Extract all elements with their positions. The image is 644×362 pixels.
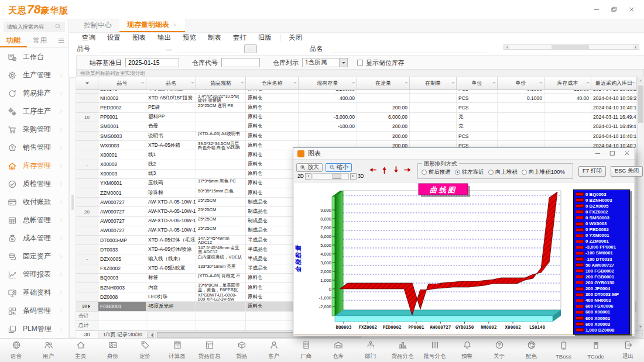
menu-item-print-template[interactable]: 套打	[227, 33, 252, 42]
table-row[interactable]: 10PP0001塑料PP原料仓-3,000.006,000.00克2024-03…	[76, 113, 637, 122]
select-options-icon[interactable]	[85, 82, 89, 86]
toolbar-item-calculator[interactable]: 计算器	[161, 339, 193, 362]
sidebar-item-quality[interactable]: 质检管理	[0, 175, 68, 193]
sidebar-item-inventory[interactable]: 库存管理	[0, 157, 68, 175]
sidebar-item-receivables[interactable]: 收付账款	[0, 193, 68, 211]
table-row[interactable]: PED0002PE袋25*25CM 透明 PE原料仓200.00PCS2024-…	[76, 103, 637, 112]
column-header-stock_cost[interactable]: 库存成本	[544, 77, 591, 90]
sidebar-item-barcode[interactable]: 条码管理	[0, 302, 68, 320]
arrange-option-3[interactable]: 向上堆积100%	[522, 168, 565, 176]
row-indicator[interactable]	[76, 217, 98, 226]
table-row[interactable]: SMS0003说明书(XTD-A-05) A4说明书原料仓200.00PCS20…	[76, 132, 637, 141]
pan-down-icon[interactable]	[392, 166, 400, 177]
tab-control-center[interactable]: 控制中心	[76, 19, 119, 32]
warehouse-code-input[interactable]	[221, 58, 260, 67]
column-header-qty_in_transit[interactable]: 在途量	[357, 77, 410, 90]
sidebar-item-easy-scheduling[interactable]: 简易排产	[0, 84, 68, 102]
row-indicator[interactable]: -	[76, 160, 98, 170]
sidebar-item-workbench[interactable]: 工作台	[0, 48, 68, 66]
toolbar-item-goods-info[interactable]: 货品信息	[193, 339, 225, 362]
row-indicator[interactable]	[76, 170, 98, 179]
item-no-from-input[interactable]	[99, 45, 160, 53]
item-no-to-input[interactable]	[177, 45, 239, 53]
row-indicator[interactable]	[76, 236, 98, 245]
minimize-icon[interactable]	[594, 150, 601, 158]
row-indicator[interactable]: 10	[76, 113, 98, 122]
filter-drop-icon[interactable]	[293, 82, 297, 85]
slider-thumb[interactable]	[333, 174, 341, 179]
table-row[interactable]: NH0002XTD-A5/10/15F扭簧1.4*70*30/22*10.5*8…	[76, 94, 637, 103]
row-indicator[interactable]	[76, 122, 98, 132]
browse-button[interactable]: ...	[244, 44, 257, 53]
pan-up-icon[interactable]	[380, 166, 389, 177]
table-row[interactable]: SM0001色母原料仓-100.00200.00克2024-03-11 16:4…	[76, 122, 637, 132]
row-indicator[interactable]	[76, 188, 98, 198]
column-header-warehouse[interactable]: 仓库名称	[246, 77, 299, 90]
menu-item-settings[interactable]: 设置	[101, 33, 126, 42]
scrollbar-thumb[interactable]	[638, 85, 643, 123]
toolbar-item-goods-warehouse[interactable]: 货品分仓	[386, 339, 419, 362]
toolbar-item-users[interactable]: 用户	[32, 339, 64, 362]
filter-drop-icon[interactable]	[632, 82, 635, 85]
toolbar-item-alert[interactable]: 预警	[451, 339, 483, 362]
toolbar-item-goods[interactable]: 货品	[225, 339, 258, 362]
toolbar-item-tcode[interactable]: TCode	[580, 339, 612, 362]
chart-window-title-bar[interactable]: 图表	[293, 148, 635, 160]
close-icon[interactable]	[624, 150, 631, 158]
toolbar-item-department[interactable]: 部门	[354, 339, 386, 362]
close-icon[interactable]	[628, 5, 636, 13]
search-input[interactable]	[7, 24, 53, 30]
row-indicator[interactable]	[76, 198, 98, 207]
scroll-right-icon[interactable]	[633, 45, 639, 49]
slider-left-icon[interactable]	[305, 173, 311, 180]
row-indicator[interactable]	[76, 292, 98, 302]
filter-drop-icon[interactable]	[191, 82, 194, 85]
sidebar-search[interactable]	[4, 22, 65, 32]
show-bin-checkbox[interactable]: 显示储位库存	[357, 58, 405, 67]
column-header-unit_price[interactable]: 单价	[498, 77, 544, 90]
item-name-input[interactable]	[331, 45, 487, 53]
close-tab-icon[interactable]	[173, 23, 177, 27]
warehouse-list-select[interactable]: 1含所属	[302, 58, 348, 67]
filter-drop-icon[interactable]	[492, 82, 496, 85]
column-header-qty_on_hand[interactable]: 现有存量	[299, 77, 357, 90]
sidebar-item-fixed-assets[interactable]: 固定资产	[0, 247, 68, 266]
row-indicator-header[interactable]	[76, 77, 98, 90]
sidebar-tab-functions[interactable]: 功能	[0, 34, 27, 47]
close-chart-button[interactable]: ESC 关闭	[611, 166, 643, 177]
sidebar-item-plm[interactable]: PLM管理	[0, 320, 68, 338]
print-button[interactable]: F7 打印	[578, 166, 606, 177]
toolbar-item-home[interactable]: 主页	[64, 339, 97, 362]
scroll-down-icon[interactable]	[638, 324, 643, 330]
toolbar-item-vendor[interactable]: 厂商	[290, 339, 322, 362]
hamburger-icon[interactable]	[53, 37, 68, 44]
toolbar-item-customer[interactable]: 客户	[258, 339, 290, 362]
column-header-spec[interactable]: 货品规格	[196, 77, 246, 90]
toolbar-item-about[interactable]: 关于	[483, 339, 515, 362]
row-indicator[interactable]	[76, 132, 98, 141]
row-indicator[interactable]	[76, 274, 98, 283]
toolbar-item-voice[interactable]: 语音	[0, 339, 32, 362]
sidebar-item-reports[interactable]: 管理报表	[0, 266, 68, 284]
menu-item-query[interactable]: 查询	[76, 33, 101, 42]
toolbar-item-pricing[interactable]: 定价	[129, 339, 161, 362]
column-header-qty_in_process[interactable]: 在制量	[410, 77, 457, 90]
menu-item-preview[interactable]: 预览	[177, 33, 202, 42]
arrange-option-2[interactable]: 向上堆积	[488, 168, 518, 176]
chevron-down-icon[interactable]	[339, 58, 347, 67]
scroll-up-icon[interactable]	[638, 78, 643, 84]
row-indicator[interactable]: 30	[76, 302, 98, 311]
row-indicator[interactable]	[76, 103, 98, 112]
grid-vertical-scrollbar[interactable]	[637, 77, 644, 330]
sidebar-item-cost[interactable]: 成本管理	[0, 229, 68, 247]
left-splitter[interactable]	[69, 77, 76, 338]
row-indicator[interactable]	[76, 226, 98, 236]
row-indicator[interactable]	[76, 283, 98, 292]
column-header-last_purchase_date[interactable]: 最近采购入库日	[591, 77, 637, 90]
filter-drop-icon[interactable]	[539, 82, 543, 85]
zoom-out-button[interactable]: 缩小	[326, 163, 352, 172]
column-header-unit[interactable]: 单位	[457, 77, 498, 90]
slider-right-icon[interactable]	[350, 173, 357, 180]
radio-icon[interactable]	[488, 170, 494, 175]
radio-icon[interactable]	[522, 170, 527, 175]
